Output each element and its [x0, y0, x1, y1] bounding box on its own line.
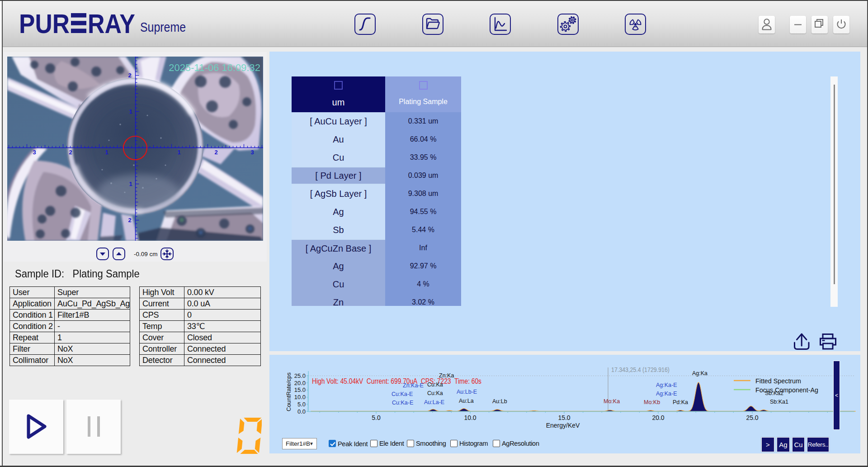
- svg-text:Sb:Ka1: Sb:Ka1: [770, 399, 788, 405]
- svg-text:Zn:Ka-E: Zn:Ka-E: [403, 382, 424, 389]
- svg-text:Sb:Ka2: Sb:Ka2: [765, 390, 783, 396]
- svg-text:2: 2: [128, 217, 131, 224]
- svg-text:Ag:Ka: Ag:Ka: [692, 370, 708, 376]
- svg-text:Mo:Kb: Mo:Kb: [644, 399, 660, 405]
- svg-text:2: 2: [128, 72, 131, 79]
- svg-text:Energy/KeV: Energy/KeV: [546, 422, 580, 429]
- svg-text:1: 1: [105, 149, 108, 156]
- svg-text:2025-11-06 16:09:32: 2025-11-06 16:09:32: [169, 62, 260, 73]
- svg-text:1: 1: [129, 108, 132, 115]
- svg-text:1: 1: [129, 181, 132, 187]
- svg-text:3: 3: [33, 149, 36, 156]
- svg-text:Fitted Spectrum: Fitted Spectrum: [755, 377, 801, 385]
- svg-text:Pd:Ka: Pd:Ka: [673, 399, 688, 405]
- svg-text:10.0: 10.0: [294, 394, 306, 400]
- svg-text:25.0: 25.0: [746, 414, 758, 421]
- svg-text:15.0: 15.0: [294, 386, 306, 393]
- svg-text:Zn:Ka: Zn:Ka: [439, 372, 454, 379]
- svg-text:2: 2: [214, 149, 217, 156]
- svg-text:Au:Lb-E: Au:Lb-E: [457, 389, 477, 395]
- svg-text:Au:La: Au:La: [459, 398, 474, 404]
- svg-text:PUR: PUR: [19, 11, 70, 37]
- svg-text:Cu:Ka-E: Cu:Ka-E: [392, 391, 413, 397]
- svg-text:25.0: 25.0: [294, 372, 306, 379]
- svg-text:10.0: 10.0: [464, 414, 476, 421]
- svg-text:5.0: 5.0: [372, 414, 381, 421]
- svg-text:Cu:Ka-E: Cu:Ka-E: [392, 400, 413, 406]
- svg-text:Au:La-E: Au:La-E: [424, 399, 444, 405]
- svg-text:Ag:Ka-E: Ag:Ka-E: [656, 382, 677, 388]
- svg-text:15.0: 15.0: [558, 414, 570, 421]
- svg-text:High Volt: 45.04kV Current: 6: High Volt: 45.04kV Current: 699.70uA CPS…: [312, 377, 481, 385]
- svg-text:20.0: 20.0: [652, 414, 664, 421]
- svg-text:Cu:Ka: Cu:Ka: [427, 390, 443, 396]
- svg-text:5.0: 5.0: [297, 401, 306, 408]
- svg-text:Supreme: Supreme: [140, 20, 186, 34]
- svg-text:Au:Lb: Au:Lb: [492, 398, 507, 405]
- svg-text:20.0: 20.0: [294, 380, 306, 386]
- svg-text:17.343,25.4 (1729.916): 17.343,25.4 (1729.916): [611, 366, 670, 373]
- svg-text:Mo:Ka: Mo:Ka: [604, 398, 620, 405]
- svg-text:3: 3: [250, 149, 254, 156]
- svg-text:0.0: 0.0: [297, 408, 306, 415]
- svg-text:1: 1: [177, 149, 180, 156]
- svg-text:Ag:Ka-E: Ag:Ka-E: [656, 391, 677, 397]
- svg-text:RAY: RAY: [88, 11, 135, 37]
- svg-text:Cu:Ka: Cu:Ka: [427, 381, 443, 388]
- svg-text:CountRate/cps: CountRate/cps: [285, 372, 292, 411]
- svg-text:2: 2: [69, 149, 72, 156]
